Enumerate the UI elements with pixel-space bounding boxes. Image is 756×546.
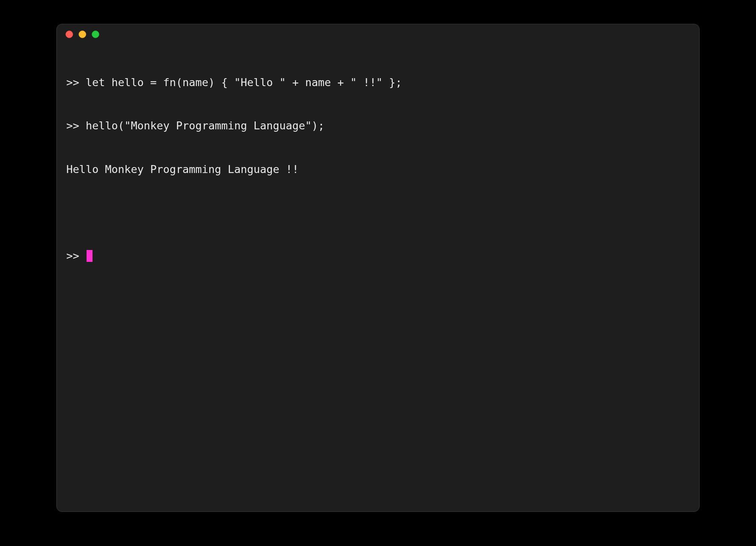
window-titlebar [57,24,699,44]
close-icon[interactable] [66,31,73,38]
cursor-icon [87,250,93,262]
terminal-window: >> let hello = fn(name) { "Hello " + nam… [56,24,700,512]
prompt: >> [66,249,86,263]
minimize-icon[interactable] [79,31,86,38]
maximize-icon[interactable] [92,31,99,38]
terminal-body[interactable]: >> let hello = fn(name) { "Hello " + nam… [57,44,699,511]
terminal-line: >> let hello = fn(name) { "Hello " + nam… [66,75,690,90]
terminal-line: >> hello("Monkey Programming Language"); [66,119,690,133]
blank-line [66,206,690,220]
prompt: >> [66,76,86,88]
terminal-line: Hello Monkey Programming Language !! [66,162,690,177]
prompt: >> [66,119,86,132]
terminal-input-text: let hello = fn(name) { "Hello " + name +… [86,76,402,88]
terminal-input-text: hello("Monkey Programming Language"); [86,119,324,132]
terminal-output-text: Hello Monkey Programming Language !! [66,163,299,175]
active-prompt-line[interactable]: >> [66,249,690,263]
